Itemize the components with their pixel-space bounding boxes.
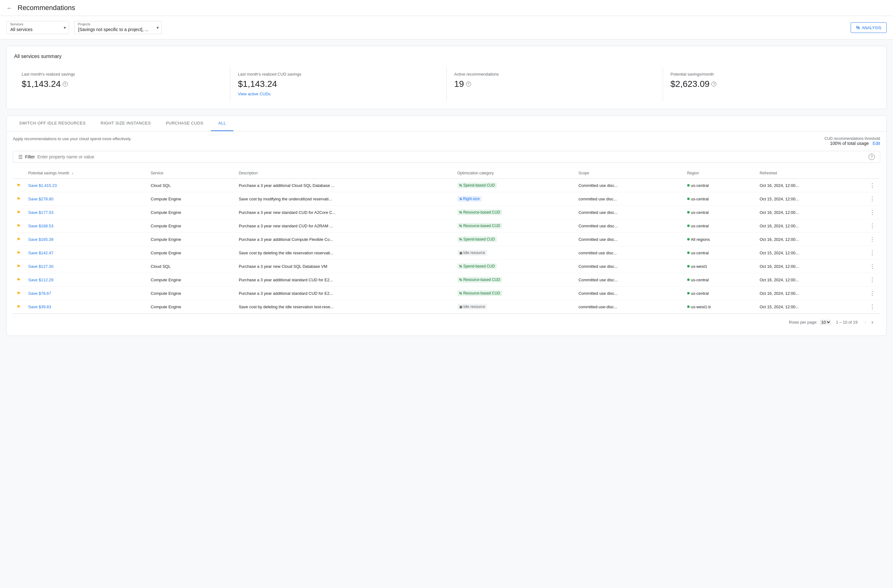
save-link-6[interactable]: Save $127.30 [28, 264, 53, 269]
more-button-5[interactable]: ⋮ [868, 249, 876, 256]
realized-savings-value: $1,143.24 ? [22, 79, 222, 89]
row-more-9: ⋮ [864, 300, 880, 314]
filter-label: Filter [25, 154, 35, 159]
back-button[interactable]: ← [6, 4, 12, 12]
save-link-7[interactable]: Save $112.29 [28, 278, 53, 282]
col-scope: Scope [575, 168, 683, 179]
row-region-2: us-central [683, 206, 756, 219]
save-link-3[interactable]: Save $168.53 [28, 224, 53, 228]
next-page-button[interactable]: › [869, 318, 875, 327]
region-dot-7 [687, 279, 690, 281]
save-link-9[interactable]: Save $39.83 [28, 304, 51, 309]
tab-purchase-cuds[interactable]: PURCHASE CUDS [158, 116, 211, 131]
row-service-5: Compute Engine [147, 246, 235, 260]
row-flag-6: ⚑ [13, 260, 24, 273]
table-header-row: Apply recommendations to use your cloud … [13, 136, 880, 146]
table-row: ⚑ Save $78.67 Compute Engine Purchase a … [13, 286, 880, 300]
optimization-badge-4: %Spend-based CUD [457, 237, 497, 242]
save-link-8[interactable]: Save $78.67 [28, 291, 51, 296]
row-region-0: us-central [683, 179, 756, 192]
save-link-0[interactable]: Save $1,415.23 [28, 183, 57, 188]
row-service-4: Compute Engine [147, 233, 235, 246]
summary-section: All services summary Last month's realiz… [6, 46, 887, 109]
more-button-7[interactable]: ⋮ [868, 276, 876, 283]
save-link-2[interactable]: Save $177.53 [28, 210, 53, 215]
more-button-3[interactable]: ⋮ [868, 222, 876, 229]
projects-label: Projects [78, 22, 90, 26]
row-refreshed-7: Oct 16, 2024, 12:00... [756, 273, 864, 286]
more-button-0[interactable]: ⋮ [868, 182, 876, 189]
row-optimization-1: ⇅Right-size [454, 192, 575, 206]
row-service-1: Compute Engine [147, 192, 235, 206]
rows-per-page-select[interactable]: 10 25 50 [820, 320, 831, 325]
table-row: ⚑ Save $142.47 Compute Engine Save cost … [13, 246, 880, 260]
rows-per-page: Rows per page: 10 25 50 [789, 320, 831, 325]
cud-edit-link[interactable]: Edit [873, 141, 880, 146]
cud-threshold-value: 100% of total usage Edit [825, 141, 880, 146]
filter-help-icon[interactable]: ? [869, 154, 875, 160]
services-filter[interactable]: Services All services ▾ [6, 21, 69, 34]
filter-input[interactable] [38, 154, 866, 159]
tabs-bar: SWITCH OFF IDLE RESOURCES RIGHT SIZE INS… [7, 116, 886, 131]
optimization-icon-9: ▣ [459, 305, 462, 309]
col-savings[interactable]: Potential savings /month ↓ [24, 168, 147, 179]
page-nav: ‹ › [863, 318, 875, 327]
save-link-1[interactable]: Save $278.80 [28, 196, 53, 201]
optimization-badge-3: %Resource-based CUD [457, 223, 502, 229]
more-button-4[interactable]: ⋮ [868, 236, 876, 243]
col-description: Description [235, 168, 454, 179]
top-bar: ← Recommendations [0, 0, 893, 16]
cud-threshold: CUD recommendations threshold 100% of to… [825, 136, 880, 146]
tab-right-size[interactable]: RIGHT SIZE INSTANCES [93, 116, 158, 131]
region-dot-6 [687, 265, 690, 267]
active-recs-info-icon[interactable]: ? [466, 81, 471, 87]
save-link-5[interactable]: Save $142.47 [28, 250, 53, 255]
more-button-8[interactable]: ⋮ [868, 290, 876, 297]
row-savings-4: Save $165.39 [24, 233, 147, 246]
col-refreshed: Refreshed [756, 168, 864, 179]
rows-per-page-label: Rows per page: [789, 320, 817, 325]
col-service: Service [147, 168, 235, 179]
row-refreshed-1: Oct 15, 2024, 12:00... [756, 192, 864, 206]
row-scope-3: Committed use disc... [575, 219, 683, 233]
optimization-badge-0: %Spend-based CUD [457, 183, 497, 188]
row-flag-1: ⚑ [13, 192, 24, 206]
data-table: Potential savings /month ↓ Service Descr… [13, 168, 880, 314]
flag-icon: ⚑ [17, 291, 21, 296]
page-title: Recommendations [18, 4, 75, 12]
row-more-6: ⋮ [864, 260, 880, 273]
row-flag-5: ⚑ [13, 246, 24, 260]
view-active-cuds-link[interactable]: View active CUDs [238, 92, 439, 96]
row-scope-9: committed-use-disc... [575, 300, 683, 314]
realized-savings-info-icon[interactable]: ? [63, 81, 68, 87]
optimization-icon-8: % [459, 292, 462, 295]
projects-filter[interactable]: Projects [Savings not specific to a proj… [74, 21, 162, 34]
flag-icon: ⚑ [17, 277, 21, 282]
summary-card-active-recs: Active recommendations 19 ? [447, 67, 663, 101]
row-flag-2: ⚑ [13, 206, 24, 219]
table-row: ⚑ Save $112.29 Compute Engine Purchase a… [13, 273, 880, 286]
row-more-7: ⋮ [864, 273, 880, 286]
more-button-2[interactable]: ⋮ [868, 209, 876, 216]
row-optimization-7: %Resource-based CUD [454, 273, 575, 286]
row-optimization-5: ▣Idle resource [454, 246, 575, 260]
summary-card-realized-savings: Last month's realized savings $1,143.24 … [14, 67, 230, 101]
row-savings-9: Save $39.83 [24, 300, 147, 314]
row-scope-5: committed use disc... [575, 246, 683, 260]
more-button-1[interactable]: ⋮ [868, 195, 876, 202]
row-region-8: us-central [683, 286, 756, 300]
row-description-8: Purchase a 3 year additional standard CU… [235, 286, 454, 300]
flag-icon: ⚑ [17, 183, 21, 188]
save-link-4[interactable]: Save $165.39 [28, 237, 53, 242]
cud-savings-label: Last month's realized CUD savings [238, 72, 439, 76]
analysis-button[interactable]: % ANALYSIS [851, 22, 887, 33]
tab-switch-off[interactable]: SWITCH OFF IDLE RESOURCES [12, 116, 93, 131]
region-dot-3 [687, 225, 690, 227]
potential-savings-info-icon[interactable]: ? [711, 81, 716, 87]
more-button-9[interactable]: ⋮ [868, 303, 876, 310]
analysis-percent-icon: % [856, 25, 860, 30]
row-scope-8: Committed use disc... [575, 286, 683, 300]
more-button-6[interactable]: ⋮ [868, 263, 876, 270]
tab-all[interactable]: ALL [211, 116, 234, 131]
prev-page-button[interactable]: ‹ [863, 318, 868, 327]
